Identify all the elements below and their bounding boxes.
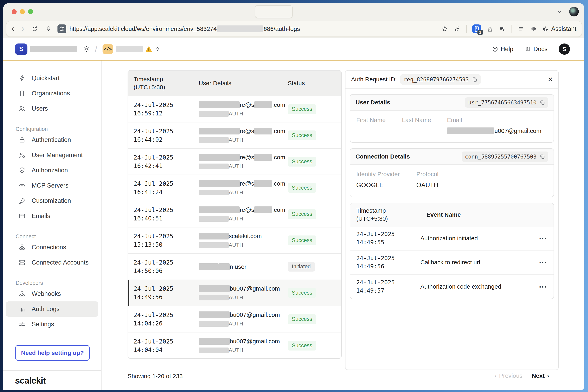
user-detail-text: .com	[272, 128, 285, 134]
minimize-window-button[interactable]	[20, 9, 25, 14]
sidebar-item-settings[interactable]: Settings	[6, 317, 98, 332]
user-detail-text: re@s	[240, 180, 254, 187]
event-kebab-menu[interactable]: ⋯	[536, 236, 554, 240]
toolbar-divider	[512, 25, 512, 33]
sidebar-item-emails[interactable]: Emails	[6, 208, 98, 224]
sidebar-item-organizations[interactable]: Organizations	[6, 86, 98, 101]
users-icon	[18, 105, 26, 112]
user-avatar[interactable]: S	[559, 44, 570, 55]
next-page-button[interactable]: Next ›	[532, 372, 549, 379]
redacted-text	[199, 206, 240, 213]
copy-link-icon[interactable]	[454, 26, 461, 32]
site-info-globe-icon[interactable]	[57, 24, 66, 33]
sidebar-item-label: Authentication	[32, 136, 71, 144]
user-detail-text: scalekit.com	[229, 233, 262, 240]
close-panel-button[interactable]: ×	[548, 75, 553, 84]
sidebar-item-customization[interactable]: Customization	[6, 193, 98, 208]
user-detail-text: .com	[272, 102, 285, 108]
sidebar-item-user-management[interactable]: User Management	[6, 148, 98, 163]
log-user-details: bu007@gmail.comAUTH	[199, 312, 288, 327]
forward-button[interactable]: ›	[21, 26, 24, 32]
browser-tab[interactable]	[255, 5, 293, 18]
log-row[interactable]: 24-Jul-202516:59:12re@s.comAUTHSuccess	[128, 96, 341, 122]
email-value: u007@gmail.com	[447, 128, 548, 134]
brush-icon	[18, 197, 26, 204]
log-row[interactable]: 24-Jul-202515:13:50scalekit.comAUTHSucce…	[128, 228, 341, 254]
log-row[interactable]: 24-Jul-202516:42:41re@s.comAUTHSuccess	[128, 149, 341, 175]
chevron-right-icon: ›	[547, 372, 549, 379]
close-window-button[interactable]	[12, 9, 17, 14]
chevron-down-icon[interactable]	[556, 8, 563, 15]
events-body: 24-Jul-202514:49:55Authorization initiat…	[350, 226, 554, 298]
redacted-text	[199, 312, 230, 318]
url-prefix: https://app.scalekit.cloud/ws/environmen…	[69, 26, 217, 32]
event-kebab-menu[interactable]: ⋯	[536, 284, 554, 288]
user-details-card: User Details usr_77567465663497510 First…	[350, 94, 554, 143]
docs-button[interactable]: Docs	[525, 46, 548, 53]
log-row[interactable]: 24-Jul-202514:50:06n userInitiated	[128, 254, 341, 280]
sidebar-item-users[interactable]: Users	[6, 101, 98, 116]
log-status-cell: Success	[288, 314, 341, 324]
reader-menu-icon[interactable]	[518, 26, 524, 32]
workspace-settings-gear-icon[interactable]	[83, 46, 90, 53]
events-header-row: Timestamp (UTC+5:30) Event Name	[350, 203, 554, 226]
chevron-left-icon: ‹	[495, 372, 497, 379]
log-timestamp: 24-Jul-202516:41:24	[128, 180, 199, 196]
copy-icon[interactable]	[540, 154, 545, 159]
redacted-text	[199, 242, 229, 248]
log-row-selected[interactable]: 24-Jul-202514:49:56bu007@gmail.comAUTHSu…	[128, 280, 341, 306]
sidebar-item-connections[interactable]: Connections	[6, 240, 98, 255]
log-user-details: re@s.comAUTH	[199, 102, 288, 117]
event-kebab-menu[interactable]: ⋯	[536, 260, 554, 264]
browser-profile-avatar[interactable]	[569, 7, 579, 16]
status-badge: Success	[288, 183, 316, 193]
help-button[interactable]: Help	[492, 46, 514, 53]
sidebar-item-connected-accounts[interactable]: Connected Accounts	[6, 255, 98, 270]
log-row[interactable]: 24-Jul-202516:40:51re@s.comAUTHSuccess	[128, 201, 341, 228]
waveform-icon[interactable]	[530, 26, 537, 32]
scalekit-logo: scalekit	[15, 376, 46, 386]
workspace-logo[interactable]: S	[15, 44, 27, 55]
zoom-window-button[interactable]	[28, 9, 33, 14]
log-status-cell: Success	[288, 288, 341, 298]
user-detail-text: bu007@gmail.com	[230, 338, 280, 345]
url-bar[interactable]: https://app.scalekit.cloud/ws/environmen…	[69, 26, 300, 32]
log-row[interactable]: 24-Jul-202516:44:02re@s.comAUTHSuccess	[128, 122, 341, 149]
bookmark-star-icon[interactable]	[441, 26, 448, 32]
event-name: Authorization initiated	[420, 235, 536, 242]
url-redaction	[217, 26, 263, 32]
auth-method-tag: AUTH	[229, 163, 243, 169]
log-row[interactable]: 24-Jul-202516:41:24re@s.comAUTHSuccess	[128, 175, 341, 201]
copy-icon[interactable]	[540, 100, 545, 105]
connection-details-title: Connection Details	[355, 153, 410, 160]
sidebar-item-mcp-servers[interactable]: MCP Servers	[6, 178, 98, 193]
environment-code-icon[interactable]: </>	[103, 44, 113, 54]
refresh-icon[interactable]	[31, 26, 38, 32]
environment-switcher-icon[interactable]	[154, 46, 161, 52]
need-help-button[interactable]: Need help setting up?	[15, 345, 90, 361]
extensions-puzzle-icon[interactable]	[487, 26, 494, 32]
playlist-icon[interactable]	[499, 26, 506, 32]
sidebar-item-quickstart[interactable]: Quickstart	[6, 70, 98, 86]
assistant-button[interactable]: Assistant	[542, 25, 576, 32]
lock-icon	[18, 136, 26, 144]
event-timestamp: 24-Jul-202514:49:57	[350, 278, 420, 294]
user-detail-text: .com	[272, 180, 285, 187]
sidebar: QuickstartOrganizationsUsersConfiguratio…	[3, 60, 101, 390]
microphone-icon[interactable]	[45, 26, 51, 32]
sidebar-item-authentication[interactable]: Authentication	[6, 132, 98, 148]
log-row[interactable]: 24-Jul-202514:04:26bu007@gmail.comAUTHSu…	[128, 306, 341, 332]
sidebar-item-webhooks[interactable]: Webhooks	[6, 286, 98, 302]
copy-icon[interactable]	[472, 77, 477, 82]
back-button[interactable]: ‹	[12, 26, 14, 32]
previous-page-button[interactable]: ‹ Previous	[495, 372, 523, 379]
sidebar-item-authorization[interactable]: Authorization	[6, 163, 98, 178]
email-redaction	[447, 128, 494, 134]
robot-icon	[18, 182, 26, 189]
last-name-value	[402, 124, 447, 134]
password-extension-icon[interactable]: 1	[472, 24, 481, 33]
log-status-cell: Success	[288, 209, 341, 219]
log-row[interactable]: 24-Jul-202514:04:04bu007@gmail.comAUTHSu…	[128, 332, 341, 359]
sidebar-item-auth-logs[interactable]: Auth Logs	[6, 302, 98, 317]
log-user-details: re@s.comAUTH	[199, 128, 288, 143]
